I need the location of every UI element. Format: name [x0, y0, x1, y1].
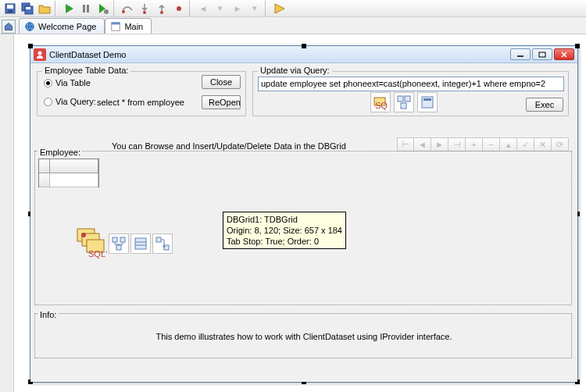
reopen-button[interactable]: ReOpen [202, 95, 241, 109]
dataset-component-icon[interactable] [130, 233, 151, 254]
radio-icon [44, 79, 52, 87]
svg-point-10 [143, 11, 146, 14]
query-component-icon[interactable]: SQL? [370, 92, 391, 112]
query-text: select * from employee [97, 98, 184, 107]
svg-rect-31 [113, 237, 117, 242]
svg-rect-34 [135, 238, 146, 249]
provider-component-icon[interactable] [417, 92, 438, 112]
nav-fwd-icon[interactable]: ► [229, 1, 246, 16]
db-navigator: ⊢ ◄ ► ⊣ + − ▴ ✓ ✕ ⟳ [397, 137, 569, 151]
svg-text:SQL?: SQL? [375, 101, 388, 110]
svg-rect-1 [7, 5, 13, 9]
svg-rect-18 [539, 52, 545, 57]
nav-fwd-menu-icon[interactable]: ▾ [246, 1, 263, 16]
svg-text:SQL?: SQL? [88, 249, 107, 258]
svg-rect-15 [112, 22, 120, 24]
minimize-button[interactable] [510, 48, 531, 60]
exec-button[interactable]: Exec [526, 98, 563, 112]
radio-via-table[interactable]: Via Table [44, 78, 91, 87]
save-all-icon[interactable] [19, 1, 36, 16]
nav-prior-icon[interactable]: ◄ [414, 137, 431, 151]
run-config-icon[interactable] [95, 1, 112, 16]
nav-edit-icon[interactable]: ▴ [500, 137, 517, 151]
svg-rect-32 [120, 237, 125, 242]
svg-rect-23 [401, 103, 406, 109]
sql-edit[interactable]: update employee set phoneext=cast(phonee… [258, 77, 564, 91]
window-titlebar: ClientDataset Demo [30, 46, 577, 63]
groupbox-update: Update via Query: update employee set ph… [252, 71, 569, 116]
step-out-icon[interactable] [153, 1, 170, 16]
svg-rect-6 [83, 5, 85, 12]
svg-rect-5 [26, 7, 30, 9]
dbgrid[interactable] [38, 159, 99, 187]
nav-next-icon[interactable]: ► [431, 137, 448, 151]
tab-main[interactable]: Main [105, 18, 152, 34]
radio-label: Via Query: [55, 97, 96, 106]
radio-icon [44, 98, 52, 106]
save-icon[interactable] [2, 1, 19, 16]
svg-rect-22 [405, 96, 410, 102]
window-title: ClientDataset Demo [49, 50, 509, 59]
step-icon[interactable] [170, 1, 188, 16]
stacked-dataset-icon[interactable]: SQL? [76, 227, 107, 260]
svg-rect-7 [87, 5, 89, 12]
svg-rect-21 [398, 96, 403, 102]
step-over-icon[interactable] [119, 1, 136, 16]
svg-rect-37 [156, 237, 161, 242]
svg-rect-25 [423, 98, 431, 101]
help-icon[interactable] [270, 1, 288, 16]
home-button[interactable] [2, 20, 16, 34]
app-icon [34, 48, 46, 61]
svg-point-8 [104, 9, 109, 14]
tab-welcome[interactable]: Welcome Page [19, 18, 105, 34]
close-button2[interactable]: Close [202, 75, 241, 89]
design-form: ClientDataset Demo Employee Table Data: … [30, 45, 578, 383]
nav-delete-icon[interactable]: − [483, 137, 500, 151]
close-button[interactable] [554, 48, 574, 60]
nav-cancel-icon[interactable]: ✕ [534, 137, 552, 151]
step-into-icon[interactable] [136, 1, 153, 16]
svg-point-11 [160, 11, 163, 14]
pause-icon[interactable] [77, 1, 95, 16]
nav-first-icon[interactable]: ⊢ [397, 137, 414, 151]
run-icon[interactable] [60, 1, 77, 16]
flow-component-icon[interactable] [152, 233, 173, 254]
world-icon [24, 21, 35, 32]
nav-back-menu-icon[interactable]: ▾ [212, 1, 229, 16]
hint-text: You can Browse and Insert/Update/Delete … [112, 141, 346, 151]
nav-post-icon[interactable]: ✓ [517, 137, 534, 151]
svg-rect-2 [8, 10, 13, 12]
ruler-vertical [0, 34, 14, 392]
groupbox-table-data: Employee Table Data: Via Table Via Query… [37, 71, 246, 116]
datasource-component-icon[interactable] [394, 92, 414, 112]
groupbox-title: Employee Table Data: [42, 66, 130, 75]
tab-label: Main [124, 22, 143, 31]
nav-last-icon[interactable]: ⊣ [448, 137, 466, 151]
svg-rect-33 [116, 245, 121, 250]
maximize-button[interactable] [532, 48, 552, 60]
form-icon [110, 21, 121, 32]
svg-point-12 [177, 6, 181, 11]
svg-rect-38 [164, 245, 169, 250]
svg-point-9 [122, 10, 125, 13]
employee-label: Employee: [38, 148, 82, 157]
svg-point-16 [38, 51, 42, 55]
nav-refresh-icon[interactable]: ⟳ [552, 137, 569, 151]
design-tooltip: DBGrid1: TDBGrid Origin: 8, 120; Size: 6… [223, 212, 346, 249]
radio-via-query[interactable]: Via Query: [44, 97, 96, 106]
tab-label: Welcome Page [38, 22, 96, 31]
info-label: Info: [38, 310, 58, 319]
ide-toolbar: ◄ ▾ ► ▾ [0, 0, 586, 17]
link-component-icon[interactable] [109, 233, 129, 254]
tab-bar: Welcome Page Main [0, 17, 586, 34]
nav-back-icon[interactable]: ◄ [195, 1, 212, 16]
svg-point-30 [81, 233, 86, 237]
radio-label: Via Table [55, 78, 91, 87]
info-text: This demo illustrates how to work with C… [30, 332, 577, 341]
open-icon[interactable] [36, 1, 53, 16]
nav-insert-icon[interactable]: + [466, 137, 483, 151]
groupbox-title: Update via Query: [258, 66, 332, 75]
